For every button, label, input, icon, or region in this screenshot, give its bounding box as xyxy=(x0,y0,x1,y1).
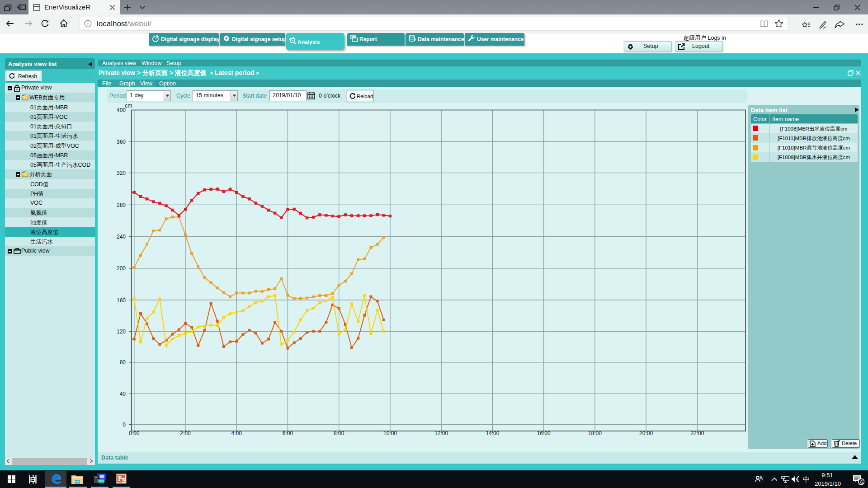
svg-text:cm: cm xyxy=(125,103,132,109)
svg-text:18:00: 18:00 xyxy=(588,430,602,436)
svg-text:120: 120 xyxy=(117,328,126,335)
svg-text:80: 80 xyxy=(120,359,126,366)
svg-text:4:00: 4:00 xyxy=(231,430,242,436)
svg-text:8:00: 8:00 xyxy=(334,430,344,436)
svg-text:320: 320 xyxy=(117,170,126,176)
svg-text:16:00: 16:00 xyxy=(537,430,551,436)
svg-text:22:00: 22:00 xyxy=(690,430,704,436)
svg-text:6:00: 6:00 xyxy=(283,430,293,436)
svg-text:6: 6 xyxy=(860,479,863,485)
svg-text:2:00: 2:00 xyxy=(180,430,191,436)
svg-text:14:00: 14:00 xyxy=(486,430,499,436)
svg-text:40: 40 xyxy=(120,391,126,397)
svg-text:280: 280 xyxy=(117,202,126,208)
svg-text:10:00: 10:00 xyxy=(383,430,397,436)
svg-text:360: 360 xyxy=(117,139,126,145)
svg-text:0: 0 xyxy=(123,422,126,428)
svg-text:0:00: 0:00 xyxy=(129,430,140,436)
svg-text:200: 200 xyxy=(117,265,126,272)
svg-text:12:00: 12:00 xyxy=(434,430,448,436)
svg-text:P: P xyxy=(118,475,122,482)
svg-text:20:00: 20:00 xyxy=(639,430,653,436)
svg-text:240: 240 xyxy=(117,234,126,240)
svg-text:160: 160 xyxy=(117,297,126,304)
